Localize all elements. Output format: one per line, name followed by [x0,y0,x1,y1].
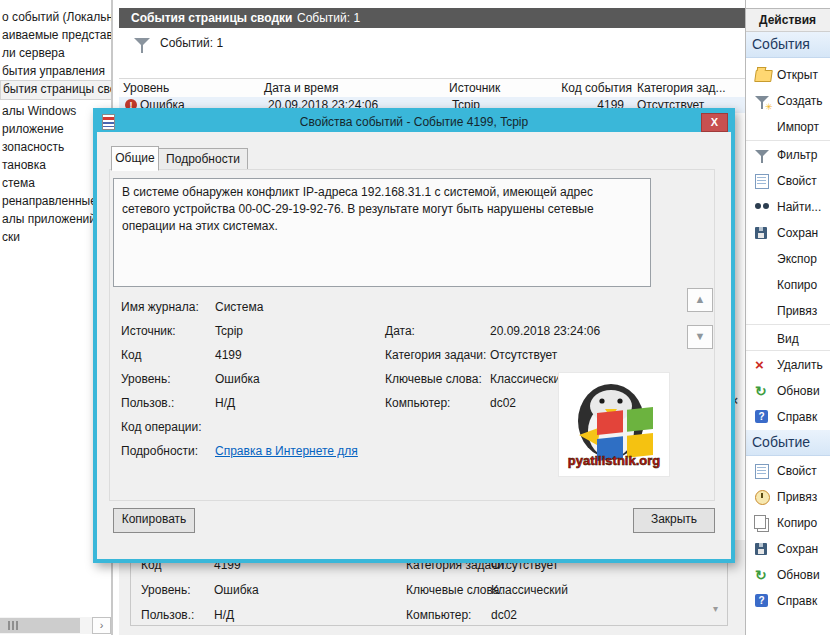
dialog-close-button[interactable]: X [701,113,728,132]
code-value: 4199 [215,348,242,362]
action-label: Свойст [777,168,817,194]
save-floppy-icon [755,543,767,555]
action-label: Фильтр [777,142,817,168]
dialog-titlebar[interactable]: Свойства событий - Событие 4199, Tcpip [97,112,731,132]
create-view-funnel-icon [755,96,769,103]
action-label: Удалить [777,352,823,378]
tree-item-summary-page-events[interactable]: бытия страницы свод [0,80,112,100]
tree-item-root[interactable]: о событий (Локальнь [0,8,112,26]
column-header-source[interactable]: Источник [445,79,552,98]
tab-general[interactable]: Общие [111,146,159,171]
action-label: Сохран [777,536,818,562]
section-header-events[interactable]: События [746,32,830,58]
scrollbar-thumb[interactable] [0,618,80,633]
tab-details[interactable]: Подробности [158,148,248,170]
details-label: Подробности: [121,444,198,458]
copy-pages-icon [757,518,769,532]
column-header-datetime[interactable]: Дата и время [260,79,449,98]
preview-level-label: Уровень: [141,583,191,597]
events-header-title: События страницы сводки [131,8,292,28]
scrollbar-grip-icon [8,621,18,630]
action-label: Копиро [777,272,817,298]
action-label: Привяз [777,298,817,324]
user-value: Н/Д [215,396,235,410]
event-action-save[interactable]: Сохран [746,536,830,562]
action-label: Вид [777,326,799,352]
log-name-value: Система [215,300,263,314]
action-create-custom-view[interactable]: Создать [746,88,830,114]
task-clock-icon [755,490,770,505]
date-value: 20.09.2018 23:24:06 [490,324,600,338]
watermark-text: pyatilistnik.org [568,453,661,468]
separator [746,350,830,351]
category-value: Отсутствует [490,348,557,362]
event-action-properties[interactable]: Свойст [746,458,830,484]
events-header-count: Событий: 1 [297,8,360,28]
actions-title: Действия [746,8,830,32]
save-floppy-icon [755,227,767,239]
computer-label: Компьютер: [385,396,450,410]
dialog-title: Свойства событий - Событие 4199, Tcpip [300,115,528,129]
action-label: Справк [777,588,817,614]
action-label: Привяз [777,484,817,510]
action-label: Экспор [777,246,817,272]
event-action-refresh[interactable]: ↻ Обнови [746,562,830,588]
tree-hscrollbar: › [0,617,112,634]
action-view[interactable]: Вид [746,326,830,352]
event-action-copy[interactable]: Копиро [746,510,830,536]
action-label: Обнови [777,378,820,404]
event-action-attach-task[interactable]: Привяз [746,484,830,510]
next-event-button[interactable]: ▼ [687,325,713,349]
action-import-custom-view[interactable]: Импорт [746,114,830,140]
action-delete[interactable]: × Удалить [746,352,830,378]
separator [746,140,830,141]
level-value: Ошибка [215,372,260,386]
event-action-help[interactable]: ? Справк [746,588,830,614]
keywords-value: Классический [490,372,567,386]
action-label: Сохран [777,220,818,246]
action-attach-task[interactable]: Привяз [746,298,830,324]
filter-count-label: Событий: 1 [160,36,223,50]
actions-panel: Действия События Открыт Создать Импорт Ф… [745,0,830,635]
preview-scroll-down-icon[interactable]: ▾ [713,603,718,614]
tree-item-custom-views[interactable]: аиваемые представле [0,26,112,44]
action-open-saved-log[interactable]: Открыт [746,62,830,88]
column-header-level[interactable]: Уровень [119,79,264,98]
action-refresh[interactable]: ↻ Обнови [746,378,830,404]
action-copy[interactable]: Копиро [746,272,830,298]
tree-item-server-roles[interactable]: ли сервера [0,44,112,62]
copy-button[interactable]: Копировать [113,508,195,533]
user-label: Пользов.: [121,396,174,410]
action-find[interactable]: Найти... [746,194,830,220]
table-header-row: Уровень Дата и время Источник Код событи… [119,78,745,99]
previous-event-button[interactable]: ▲ [687,288,713,312]
separator [746,324,830,325]
action-save-events[interactable]: Сохран [746,220,830,246]
event-description-box[interactable]: В системе обнаружен конфликт IP-адреса 1… [113,178,651,287]
action-label: Найти... [777,194,821,220]
close-button[interactable]: Закрыть [633,508,715,533]
section-header-event[interactable]: Событие [746,430,830,456]
refresh-icon: ↻ [755,568,770,582]
action-export[interactable]: Экспор [746,246,830,272]
source-label: Источник: [121,324,176,338]
level-label: Уровень: [121,372,171,386]
action-help[interactable]: ? Справк [746,404,830,430]
action-label: Копиро [777,510,817,536]
action-properties[interactable]: Свойст [746,168,830,194]
log-name-label: Имя журнала: [121,300,199,314]
action-label: Справк [777,404,817,430]
scroll-right-button[interactable]: › [92,617,111,634]
properties-icon [755,464,769,479]
column-header-event-id[interactable]: Код события [548,79,637,98]
category-label: Категория задачи: [385,348,486,362]
tree-item-admin-events[interactable]: бытия управления [0,62,112,80]
preview-keywords-value: Классический [491,583,568,597]
action-filter-current-log[interactable]: Фильтр [746,142,830,168]
help-icon: ? [755,410,768,423]
column-header-category[interactable]: Категория зад... [633,79,749,98]
preview-computer-value: dc02 [491,608,517,622]
online-help-link[interactable]: Справка в Интернете для [215,444,358,458]
properties-icon [755,174,769,189]
penguin-windows-logo-icon: pyatilistnik.org [559,373,669,476]
